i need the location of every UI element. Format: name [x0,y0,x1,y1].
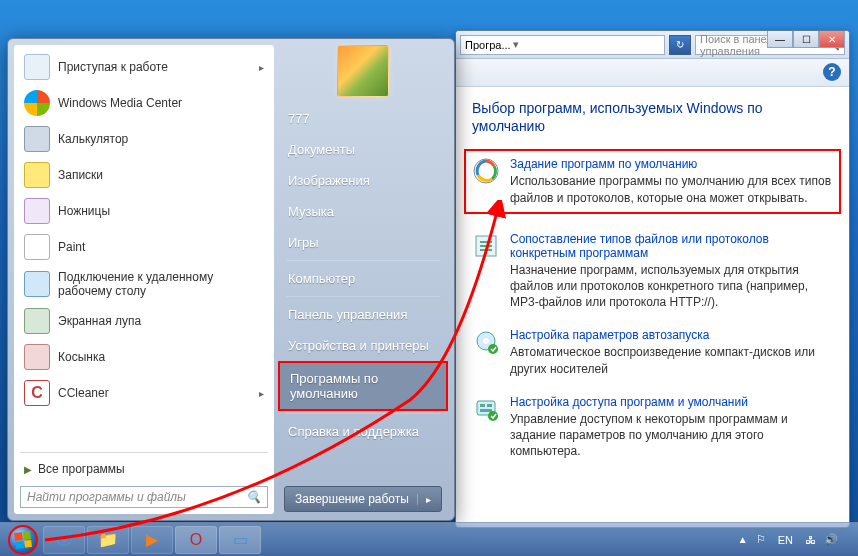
taskbar-ie-icon[interactable]: ⓔ [43,526,85,554]
breadcrumb-arrow-icon: ▾ [513,38,519,51]
start-program-item[interactable]: Приступая к работе [18,49,270,85]
cp-link[interactable]: Настройка доступа программ и умолчаний [510,395,833,409]
calc-icon [24,126,50,152]
autoplay-icon [472,328,500,356]
svg-rect-9 [480,404,485,407]
breadcrumb-text: Програ... [465,39,511,51]
start-right-item[interactable]: Устройства и принтеры [278,330,448,361]
refresh-button[interactable]: ↻ [669,35,691,55]
svg-rect-10 [487,404,492,407]
start-search-placeholder: Найти программы и файлы [27,490,186,504]
breadcrumb[interactable]: Програ... ▾ [460,35,665,55]
start-right-item[interactable]: Изображения [278,165,448,196]
start-program-item[interactable]: Paint [18,229,270,265]
triangle-icon: ▶ [24,464,32,475]
user-avatar[interactable] [337,45,389,97]
cp-link[interactable]: Сопоставление типов файлов или протоколо… [510,232,833,260]
cp-link[interactable]: Задание программ по умолчанию [510,157,833,171]
taskbar-explorer-icon[interactable]: 📁 [87,526,129,554]
control-panel-body: Выбор программ, используемых Windows по … [456,87,849,489]
cp-desc: Использование программы по умолчанию для… [510,173,833,205]
start-right-item[interactable]: Игры [278,227,448,258]
cp-item-associate[interactable]: Сопоставление типов файлов или протоколо… [472,232,833,311]
control-panel-window: Програ... ▾ ↻ Поиск в панели управления … [455,30,850,528]
start-program-item[interactable]: Косынка [18,339,270,375]
associate-icon [472,232,500,260]
tray-flag-icon[interactable]: ⚐ [756,533,766,546]
paint-icon [24,234,50,260]
start-right-item[interactable]: Справка и поддержка [278,416,448,447]
help-icon[interactable]: ? [823,63,841,81]
start-program-item[interactable]: Калькулятор [18,121,270,157]
start-right-item[interactable]: Программы по умолчанию [278,361,448,411]
maximize-button[interactable]: ☐ [793,30,819,48]
program-label: Приступая к работе [58,60,168,74]
start-program-item[interactable]: CCCleaner [18,375,270,411]
defaults-icon [472,157,500,185]
cp-item-set-defaults[interactable]: Задание программ по умолчанию Использова… [464,149,841,213]
access-icon [472,395,500,423]
tray-volume-icon[interactable]: 🔊 [824,533,838,546]
program-label: Windows Media Center [58,96,182,110]
program-label: Калькулятор [58,132,128,146]
cp-desc: Автоматическое воспроизведение компакт-д… [510,344,833,376]
start-program-item[interactable]: Подключение к удаленному рабочему столу [18,265,270,303]
program-label: Экранная лупа [58,314,141,328]
start-right-panel: 777 ДокументыИзображенияМузыкаИгрыКомпью… [274,39,454,520]
cp-item-access[interactable]: Настройка доступа программ и умолчаний У… [472,395,833,460]
program-label: Paint [58,240,85,254]
shutdown-label: Завершение работы [295,492,409,506]
start-program-item[interactable]: Ножницы [18,193,270,229]
close-button[interactable]: ✕ [819,30,845,48]
start-program-item[interactable]: Экранная лупа [18,303,270,339]
cc-icon: C [24,380,50,406]
taskbar: ⓔ 📁 ▶ O ▭ ▲ ⚐ EN 🖧 🔊 [0,522,858,556]
start-program-item[interactable]: Записки [18,157,270,193]
start-search-input[interactable]: Найти программы и файлы 🔍 [20,486,268,508]
page-title: Выбор программ, используемых Windows по … [472,99,833,135]
tray-network-icon[interactable]: 🖧 [805,534,816,546]
language-indicator[interactable]: EN [774,534,797,546]
cp-desc: Управление доступом к некоторым программ… [510,411,833,460]
rdp-icon [24,271,50,297]
snip-icon [24,198,50,224]
search-icon: 🔍 [246,490,261,504]
start-right-item[interactable]: Документы [278,134,448,165]
win-icon [24,90,50,116]
shutdown-button[interactable]: Завершение работы ▸ [284,486,442,512]
start-program-item[interactable]: Windows Media Center [18,85,270,121]
taskbar-opera-icon[interactable]: O [175,526,217,554]
start-left-panel: Приступая к работеWindows Media CenterКа… [14,45,274,514]
cp-link[interactable]: Настройка параметров автозапуска [510,328,833,342]
boxed-icon [24,54,50,80]
tray-expand-icon[interactable]: ▲ [738,534,748,545]
svg-point-6 [483,338,489,344]
sticky-icon [24,162,50,188]
start-button[interactable] [4,525,42,555]
cp-item-autoplay[interactable]: Настройка параметров автозапуска Автомат… [472,328,833,376]
windows-logo-icon [14,530,32,548]
desktop: Програ... ▾ ↻ Поиск в панели управления … [0,0,858,556]
separator [286,260,440,261]
minimize-button[interactable]: — [767,30,793,48]
start-right-item[interactable]: Панель управления [278,299,448,330]
program-label: Ножницы [58,204,110,218]
all-programs-button[interactable]: ▶ Все программы [14,456,274,482]
start-right-item[interactable]: Компьютер [278,263,448,294]
start-right-item[interactable]: Музыка [278,196,448,227]
taskbar-wmp-icon[interactable]: ▶ [131,526,173,554]
pinned-programs: Приступая к работеWindows Media CenterКа… [14,45,274,449]
shutdown-options-arrow-icon[interactable]: ▸ [417,494,431,505]
program-label: Косынка [58,350,105,364]
program-label: CCleaner [58,386,109,400]
user-name[interactable]: 777 [278,103,448,134]
taskbar-window-icon[interactable]: ▭ [219,526,261,554]
svg-rect-11 [480,409,492,412]
program-label: Подключение к удаленному рабочему столу [58,270,264,298]
separator [286,296,440,297]
separator [286,413,440,414]
svg-point-12 [488,411,498,421]
system-tray: ▲ ⚐ EN 🖧 🔊 [730,533,854,546]
cp-desc: Назначение программ, используемых для от… [510,262,833,311]
all-programs-label: Все программы [38,462,125,476]
